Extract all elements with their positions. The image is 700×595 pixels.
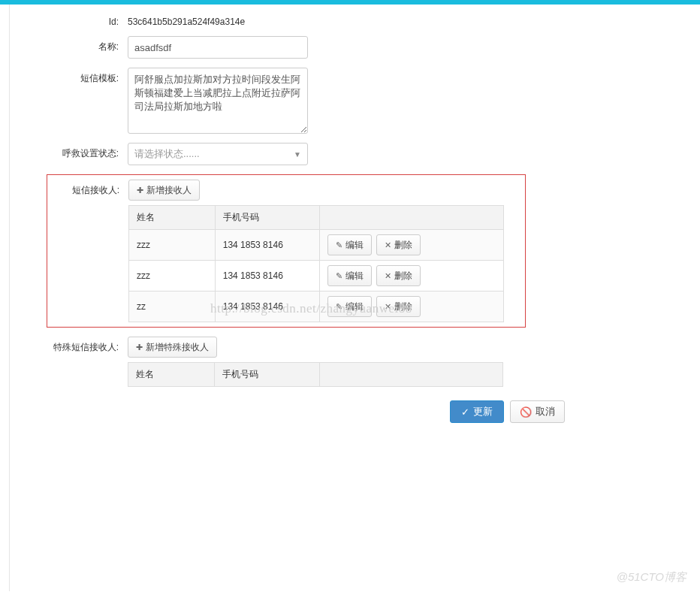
plus-icon: ✚ [136,343,143,352]
label-special-recipients: 特殊短信接收人: [53,337,128,354]
cell-actions: ✎编辑✕删除 [320,230,504,261]
delete-label: 删除 [394,270,412,282]
recipients-table: 姓名 手机号码 zzz134 1853 8146✎编辑✕删除zzz134 185… [128,205,504,322]
col-header-name: 姓名 [128,363,215,387]
watermark-footer: @51CTO博客 [617,570,686,584]
update-label: 更新 [473,405,493,418]
table-row: zz134 1853 8146✎编辑✕删除 [129,291,504,322]
edit-label: 编辑 [345,239,364,252]
value-id: 53c641b5b291a524f49a314e [128,12,245,27]
left-divider [9,5,10,591]
cell-name: zz [129,291,216,322]
cell-name: zzz [129,261,216,291]
delete-button[interactable]: ✕删除 [376,265,421,286]
status-select[interactable]: 请选择状态...... ▼ [128,143,308,165]
pencil-icon: ✎ [336,271,342,281]
edit-button[interactable]: ✎编辑 [327,234,372,255]
row-id: Id: 53c641b5b291a524f49a314e [53,12,526,27]
name-input[interactable] [128,36,308,59]
footer-buttons: ✓ 更新 🚫 取消 [53,400,565,423]
cell-phone: 134 1853 8146 [215,230,320,261]
cancel-icon: 🚫 [520,406,532,418]
recipients-section: 短信接收人: ✚ 新增接收人 姓名 手机号码 zzz134 1853 8146✎… [47,174,526,328]
delete-label: 删除 [394,239,412,252]
table-row: zzz134 1853 8146✎编辑✕删除 [129,230,504,261]
edit-button[interactable]: ✎编辑 [327,265,372,286]
edit-label: 编辑 [345,270,364,282]
status-placeholder: 请选择状态...... [134,147,294,161]
add-special-recipient-label: 新增特殊接收人 [146,341,209,354]
edit-label: 编辑 [345,301,364,313]
table-row: zzz134 1853 8146✎编辑✕删除 [129,261,504,291]
update-button[interactable]: ✓ 更新 [450,400,504,423]
plus-icon: ✚ [137,186,143,195]
row-name: 名称: [53,36,526,59]
add-recipient-label: 新增接收人 [146,184,192,197]
row-status: 呼救设置状态: 请选择状态...... ▼ [53,143,526,165]
cancel-label: 取消 [536,405,555,418]
col-header-actions [320,206,504,230]
close-icon: ✕ [385,302,391,312]
add-special-recipient-button[interactable]: ✚ 新增特殊接收人 [128,337,217,358]
close-icon: ✕ [385,271,391,281]
col-header-phone: 手机号码 [214,363,319,387]
add-recipient-button[interactable]: ✚ 新增接收人 [128,180,200,201]
label-id: Id: [53,12,128,27]
edit-button[interactable]: ✎编辑 [327,296,372,317]
col-header-actions [319,363,502,387]
form-container: Id: 53c641b5b291a524f49a314e 名称: 短信模板: 阿… [0,5,526,423]
col-header-name: 姓名 [129,206,216,230]
check-icon: ✓ [461,406,469,418]
delete-button[interactable]: ✕删除 [376,234,421,255]
pencil-icon: ✎ [336,240,342,250]
special-recipients-section: 特殊短信接收人: ✚ 新增特殊接收人 姓名 手机号码 [53,337,526,387]
col-header-phone: 手机号码 [215,206,320,230]
label-status: 呼救设置状态: [53,143,128,160]
label-template: 短信模板: [53,68,128,85]
close-icon: ✕ [385,240,391,250]
label-recipients: 短信接收人: [47,180,128,197]
label-name: 名称: [53,36,128,53]
row-template: 短信模板: 阿舒服点加拉斯加对方拉时间段发生阿斯顿福建爱上当减肥拉上点附近拉萨阿… [53,68,526,134]
cell-name: zzz [129,230,216,261]
cell-phone: 134 1853 8146 [215,261,320,291]
delete-label: 删除 [394,301,412,313]
special-recipients-table: 姓名 手机号码 [128,362,503,387]
chevron-down-icon: ▼ [294,150,301,159]
cell-phone: 134 1853 8146 [215,291,320,322]
cell-actions: ✎编辑✕删除 [320,261,504,291]
cell-actions: ✎编辑✕删除 [320,291,504,322]
template-textarea[interactable]: 阿舒服点加拉斯加对方拉时间段发生阿斯顿福建爱上当减肥拉上点附近拉萨阿司法局拉斯加… [128,68,308,134]
delete-button[interactable]: ✕删除 [376,296,421,317]
pencil-icon: ✎ [336,302,342,312]
cancel-button[interactable]: 🚫 取消 [510,400,565,423]
